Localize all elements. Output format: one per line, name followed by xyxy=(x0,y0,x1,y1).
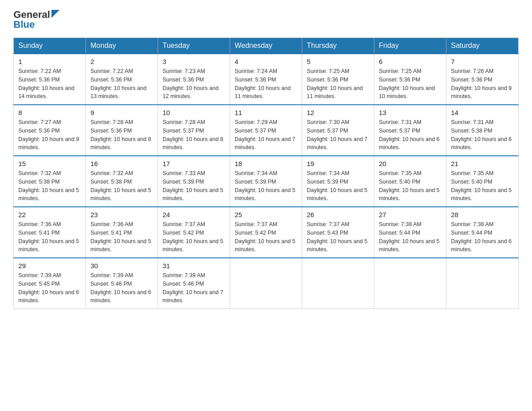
day-number: 28 xyxy=(451,211,514,218)
day-number: 23 xyxy=(90,211,153,218)
day-info: Sunrise: 7:37 AMSunset: 5:42 PMDaylight:… xyxy=(235,221,296,253)
col-header-saturday: Saturday xyxy=(446,38,519,54)
calendar-table: SundayMondayTuesdayWednesdayThursdayFrid… xyxy=(13,38,519,309)
calendar-cell: 24 Sunrise: 7:37 AMSunset: 5:42 PMDaylig… xyxy=(158,207,230,258)
day-info: Sunrise: 7:37 AMSunset: 5:42 PMDaylight:… xyxy=(163,221,223,253)
day-number: 29 xyxy=(18,262,81,270)
calendar-cell: 9 Sunrise: 7:28 AMSunset: 5:36 PMDayligh… xyxy=(86,105,158,156)
day-number: 26 xyxy=(307,211,369,218)
logo-blue-text: Blue xyxy=(13,19,35,30)
day-number: 21 xyxy=(451,160,514,167)
day-number: 18 xyxy=(235,160,297,167)
calendar-cell xyxy=(446,258,519,309)
calendar-cell: 28 Sunrise: 7:38 AMSunset: 5:44 PMDaylig… xyxy=(446,207,519,258)
day-number: 27 xyxy=(379,211,442,218)
day-number: 12 xyxy=(307,109,369,116)
week-row-3: 15 Sunrise: 7:32 AMSunset: 5:38 PMDaylig… xyxy=(14,156,519,207)
day-number: 16 xyxy=(90,160,153,167)
logo-arrow-icon xyxy=(51,10,60,18)
day-number: 1 xyxy=(18,58,81,65)
week-row-4: 22 Sunrise: 7:36 AMSunset: 5:41 PMDaylig… xyxy=(14,207,519,258)
day-info: Sunrise: 7:33 AMSunset: 5:39 PMDaylight:… xyxy=(163,170,223,201)
logo: General Blue xyxy=(13,9,60,30)
calendar-cell xyxy=(230,258,302,309)
day-info: Sunrise: 7:32 AMSunset: 5:38 PMDaylight:… xyxy=(18,170,79,201)
calendar-cell: 1 Sunrise: 7:22 AMSunset: 5:36 PMDayligh… xyxy=(14,54,86,105)
day-info: Sunrise: 7:39 AMSunset: 5:46 PMDaylight:… xyxy=(90,272,151,304)
day-info: Sunrise: 7:31 AMSunset: 5:37 PMDaylight:… xyxy=(379,119,440,150)
day-number: 15 xyxy=(18,160,81,167)
week-row-2: 8 Sunrise: 7:27 AMSunset: 5:36 PMDayligh… xyxy=(14,105,519,156)
calendar-cell: 29 Sunrise: 7:39 AMSunset: 5:45 PMDaylig… xyxy=(14,258,86,309)
day-number: 9 xyxy=(90,109,153,116)
col-header-thursday: Thursday xyxy=(302,38,374,54)
day-info: Sunrise: 7:23 AMSunset: 5:36 PMDaylight:… xyxy=(163,68,219,99)
day-info: Sunrise: 7:27 AMSunset: 5:36 PMDaylight:… xyxy=(18,119,79,150)
day-number: 7 xyxy=(451,58,514,65)
day-number: 30 xyxy=(90,262,153,270)
day-number: 31 xyxy=(163,262,225,270)
calendar-cell: 18 Sunrise: 7:34 AMSunset: 5:39 PMDaylig… xyxy=(230,156,302,207)
day-info: Sunrise: 7:31 AMSunset: 5:38 PMDaylight:… xyxy=(451,119,512,150)
calendar-cell: 30 Sunrise: 7:39 AMSunset: 5:46 PMDaylig… xyxy=(86,258,158,309)
day-info: Sunrise: 7:30 AMSunset: 5:37 PMDaylight:… xyxy=(307,119,368,150)
day-info: Sunrise: 7:37 AMSunset: 5:43 PMDaylight:… xyxy=(307,221,368,253)
day-number: 6 xyxy=(379,58,442,65)
calendar-cell: 14 Sunrise: 7:31 AMSunset: 5:38 PMDaylig… xyxy=(446,105,519,156)
calendar-cell: 6 Sunrise: 7:25 AMSunset: 5:36 PMDayligh… xyxy=(374,54,446,105)
col-header-wednesday: Wednesday xyxy=(230,38,302,54)
day-number: 3 xyxy=(163,58,225,65)
day-info: Sunrise: 7:36 AMSunset: 5:41 PMDaylight:… xyxy=(90,221,151,253)
calendar-cell: 13 Sunrise: 7:31 AMSunset: 5:37 PMDaylig… xyxy=(374,105,446,156)
day-number: 14 xyxy=(451,109,514,116)
day-number: 17 xyxy=(163,160,225,167)
day-number: 22 xyxy=(18,211,81,218)
week-row-5: 29 Sunrise: 7:39 AMSunset: 5:45 PMDaylig… xyxy=(14,258,519,309)
calendar-cell: 4 Sunrise: 7:24 AMSunset: 5:36 PMDayligh… xyxy=(230,54,302,105)
day-number: 8 xyxy=(18,109,81,116)
page-header: General Blue xyxy=(13,9,519,30)
day-number: 13 xyxy=(379,109,442,116)
col-header-tuesday: Tuesday xyxy=(158,38,230,54)
col-header-sunday: Sunday xyxy=(14,38,86,54)
day-info: Sunrise: 7:22 AMSunset: 5:36 PMDaylight:… xyxy=(90,68,146,99)
calendar-cell: 23 Sunrise: 7:36 AMSunset: 5:41 PMDaylig… xyxy=(86,207,158,258)
calendar-cell: 16 Sunrise: 7:32 AMSunset: 5:38 PMDaylig… xyxy=(86,156,158,207)
day-info: Sunrise: 7:32 AMSunset: 5:38 PMDaylight:… xyxy=(90,170,151,201)
day-info: Sunrise: 7:34 AMSunset: 5:39 PMDaylight:… xyxy=(235,170,296,201)
day-info: Sunrise: 7:34 AMSunset: 5:39 PMDaylight:… xyxy=(307,170,368,201)
calendar-cell: 10 Sunrise: 7:28 AMSunset: 5:37 PMDaylig… xyxy=(158,105,230,156)
day-info: Sunrise: 7:36 AMSunset: 5:41 PMDaylight:… xyxy=(18,221,79,253)
day-number: 2 xyxy=(90,58,153,65)
calendar-cell xyxy=(302,258,374,309)
day-number: 10 xyxy=(163,109,225,116)
calendar-cell: 17 Sunrise: 7:33 AMSunset: 5:39 PMDaylig… xyxy=(158,156,230,207)
day-number: 11 xyxy=(235,109,297,116)
calendar-cell: 7 Sunrise: 7:26 AMSunset: 5:36 PMDayligh… xyxy=(446,54,519,105)
day-info: Sunrise: 7:26 AMSunset: 5:36 PMDaylight:… xyxy=(451,68,512,99)
day-info: Sunrise: 7:38 AMSunset: 5:44 PMDaylight:… xyxy=(451,221,512,253)
day-info: Sunrise: 7:35 AMSunset: 5:40 PMDaylight:… xyxy=(379,170,440,201)
day-info: Sunrise: 7:29 AMSunset: 5:37 PMDaylight:… xyxy=(235,119,296,150)
calendar-cell: 5 Sunrise: 7:25 AMSunset: 5:36 PMDayligh… xyxy=(302,54,374,105)
calendar-cell: 25 Sunrise: 7:37 AMSunset: 5:42 PMDaylig… xyxy=(230,207,302,258)
day-number: 24 xyxy=(163,211,225,218)
calendar-cell: 26 Sunrise: 7:37 AMSunset: 5:43 PMDaylig… xyxy=(302,207,374,258)
day-info: Sunrise: 7:28 AMSunset: 5:36 PMDaylight:… xyxy=(90,119,151,150)
calendar-cell: 19 Sunrise: 7:34 AMSunset: 5:39 PMDaylig… xyxy=(302,156,374,207)
day-info: Sunrise: 7:38 AMSunset: 5:44 PMDaylight:… xyxy=(379,221,440,253)
calendar-cell xyxy=(374,258,446,309)
calendar-cell: 31 Sunrise: 7:39 AMSunset: 5:46 PMDaylig… xyxy=(158,258,230,309)
calendar-cell: 27 Sunrise: 7:38 AMSunset: 5:44 PMDaylig… xyxy=(374,207,446,258)
day-number: 5 xyxy=(307,58,369,65)
day-number: 4 xyxy=(235,58,297,65)
day-info: Sunrise: 7:22 AMSunset: 5:36 PMDaylight:… xyxy=(18,68,74,99)
calendar-cell: 12 Sunrise: 7:30 AMSunset: 5:37 PMDaylig… xyxy=(302,105,374,156)
day-info: Sunrise: 7:25 AMSunset: 5:36 PMDaylight:… xyxy=(379,68,435,99)
day-number: 25 xyxy=(235,211,297,218)
day-number: 19 xyxy=(307,160,369,167)
day-info: Sunrise: 7:39 AMSunset: 5:46 PMDaylight:… xyxy=(163,272,223,304)
calendar-cell: 8 Sunrise: 7:27 AMSunset: 5:36 PMDayligh… xyxy=(14,105,86,156)
calendar-cell: 20 Sunrise: 7:35 AMSunset: 5:40 PMDaylig… xyxy=(374,156,446,207)
week-row-1: 1 Sunrise: 7:22 AMSunset: 5:36 PMDayligh… xyxy=(14,54,519,105)
